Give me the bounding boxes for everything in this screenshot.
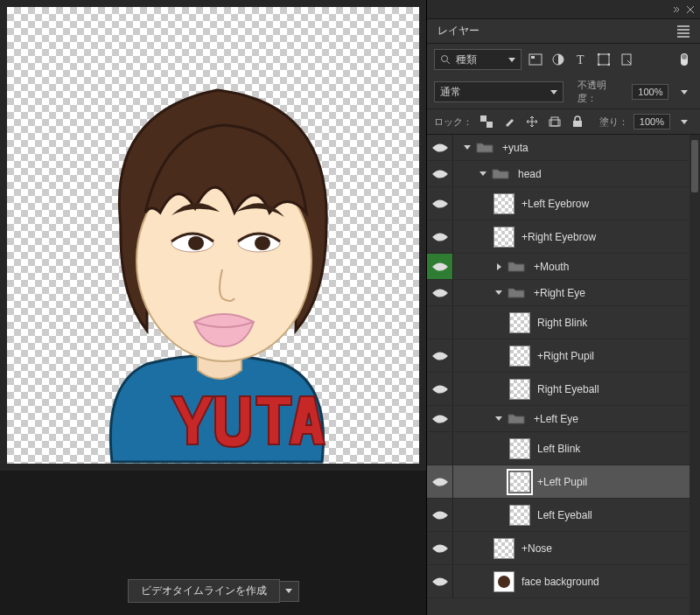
layer-name[interactable]: +Right Pupil bbox=[537, 350, 594, 362]
layer-body[interactable]: +Nose bbox=[453, 532, 700, 564]
visibility-toggle[interactable] bbox=[427, 280, 453, 305]
panel-title[interactable]: レイヤー bbox=[438, 24, 480, 38]
collapse-icon[interactable] bbox=[672, 5, 681, 14]
visibility-toggle[interactable] bbox=[427, 406, 453, 431]
layer-thumbnail[interactable] bbox=[494, 227, 514, 248]
layer-name[interactable]: +Left Eye bbox=[534, 413, 578, 425]
filter-type-icon[interactable]: T bbox=[572, 51, 590, 68]
blend-mode-select[interactable]: 通常 bbox=[434, 81, 564, 102]
scrollbar-thumb[interactable] bbox=[691, 140, 698, 192]
layer-thumbnail[interactable] bbox=[509, 472, 530, 493]
layer-name[interactable]: face background bbox=[522, 576, 599, 588]
layer-row-reb[interactable]: +Right Eyebrow bbox=[427, 220, 700, 254]
layer-row-mouth[interactable]: +Mouth bbox=[427, 254, 700, 280]
layer-row-rblink[interactable]: Right Blink bbox=[427, 306, 700, 339]
filter-adjust-icon[interactable] bbox=[550, 51, 567, 68]
layer-row-lpupil[interactable]: +Left Pupil bbox=[427, 465, 700, 499]
lock-move-icon[interactable] bbox=[523, 113, 541, 130]
layer-body[interactable]: Left Eyeball bbox=[453, 499, 700, 531]
layer-body[interactable]: +Right Eye bbox=[453, 280, 700, 305]
layer-body[interactable]: Left Blink bbox=[453, 432, 700, 465]
canvas[interactable] bbox=[7, 7, 419, 464]
layer-body[interactable]: Right Blink bbox=[453, 306, 700, 339]
layer-body[interactable]: head bbox=[453, 161, 700, 186]
visibility-toggle[interactable] bbox=[427, 339, 453, 372]
opacity-value[interactable]: 100% bbox=[632, 84, 668, 100]
layer-thumbnail[interactable] bbox=[509, 346, 530, 367]
visibility-toggle[interactable] bbox=[427, 220, 453, 253]
layer-name[interactable]: +Mouth bbox=[534, 261, 569, 273]
disclosure-triangle[interactable] bbox=[494, 288, 504, 298]
visibility-toggle[interactable] bbox=[427, 187, 453, 220]
layer-name[interactable]: +Right Eye bbox=[534, 287, 585, 299]
layer-name[interactable]: Left Eyeball bbox=[537, 509, 592, 521]
filter-kind-select[interactable]: 種類 bbox=[434, 49, 522, 70]
layer-name[interactable]: +Nose bbox=[522, 542, 552, 555]
opacity-dropdown[interactable] bbox=[676, 83, 693, 101]
disclosure-triangle[interactable] bbox=[462, 143, 472, 153]
visibility-toggle[interactable] bbox=[427, 161, 453, 186]
layer-name[interactable]: Left Blink bbox=[537, 443, 580, 455]
visibility-toggle[interactable] bbox=[427, 135, 453, 160]
layer-thumbnail[interactable] bbox=[509, 312, 530, 333]
create-video-timeline-button[interactable]: ビデオタイムラインを作成 bbox=[128, 579, 299, 603]
disclosure-triangle[interactable] bbox=[478, 169, 488, 179]
timeline-button-dropdown[interactable] bbox=[280, 581, 299, 602]
layer-row-rpupil[interactable]: +Right Pupil bbox=[427, 339, 700, 373]
layer-body[interactable]: +Mouth bbox=[453, 254, 700, 279]
layer-row-facebg[interactable]: face background bbox=[427, 565, 700, 598]
canvas-viewport[interactable] bbox=[0, 0, 426, 471]
lock-all-icon[interactable] bbox=[569, 113, 586, 130]
layers-list[interactable]: +yutahead+Left Eyebrow+Right Eyebrow+Mou… bbox=[427, 135, 700, 615]
layer-body[interactable]: +Left Pupil bbox=[453, 465, 700, 498]
layer-body[interactable]: +Right Eyebrow bbox=[453, 220, 700, 253]
lock-artboard-icon[interactable] bbox=[546, 113, 564, 130]
layer-row-rball[interactable]: Right Eyeball bbox=[427, 373, 700, 406]
disclosure-triangle[interactable] bbox=[494, 414, 504, 424]
disclosure-triangle[interactable] bbox=[494, 262, 504, 272]
layer-name[interactable]: head bbox=[518, 168, 542, 180]
visibility-toggle[interactable] bbox=[427, 432, 453, 465]
layer-name[interactable]: Right Eyeball bbox=[537, 383, 599, 395]
layer-thumbnail[interactable] bbox=[494, 571, 514, 592]
visibility-toggle[interactable] bbox=[427, 254, 453, 279]
visibility-toggle[interactable] bbox=[427, 373, 453, 405]
lock-paint-icon[interactable] bbox=[500, 113, 518, 130]
layer-body[interactable]: +Left Eyebrow bbox=[453, 187, 700, 220]
filter-shape-icon[interactable] bbox=[595, 51, 612, 68]
layer-body[interactable]: Right Eyeball bbox=[453, 373, 700, 405]
visibility-toggle[interactable] bbox=[427, 306, 453, 339]
visibility-toggle[interactable] bbox=[427, 565, 453, 598]
visibility-toggle[interactable] bbox=[427, 532, 453, 564]
layer-row-reye[interactable]: +Right Eye bbox=[427, 280, 700, 306]
layer-row-lblink[interactable]: Left Blink bbox=[427, 432, 700, 465]
layer-name[interactable]: +yuta bbox=[502, 142, 528, 154]
layer-row-leb[interactable]: +Left Eyebrow bbox=[427, 187, 700, 220]
layer-thumbnail[interactable] bbox=[509, 505, 530, 526]
visibility-toggle[interactable] bbox=[427, 499, 453, 531]
layer-row-nose[interactable]: +Nose bbox=[427, 532, 700, 565]
filter-pixel-icon[interactable] bbox=[527, 51, 544, 68]
layer-thumbnail[interactable] bbox=[494, 193, 514, 214]
layer-thumbnail[interactable] bbox=[494, 538, 514, 559]
layer-row-leye[interactable]: +Left Eye bbox=[427, 406, 700, 432]
visibility-toggle[interactable] bbox=[427, 465, 453, 498]
fill-dropdown[interactable] bbox=[676, 113, 693, 130]
filter-smart-icon[interactable] bbox=[618, 51, 635, 68]
layer-name[interactable]: +Right Eyebrow bbox=[522, 231, 596, 243]
panel-menu-icon[interactable] bbox=[677, 25, 690, 38]
close-icon[interactable] bbox=[686, 5, 695, 14]
fill-value[interactable]: 100% bbox=[634, 114, 670, 129]
layer-row-head[interactable]: head bbox=[427, 161, 700, 187]
layer-thumbnail[interactable] bbox=[509, 438, 530, 459]
layer-body[interactable]: +yuta bbox=[453, 135, 700, 160]
layer-name[interactable]: +Left Eyebrow bbox=[522, 198, 589, 210]
layer-thumbnail[interactable] bbox=[509, 379, 530, 400]
layer-row-yuta[interactable]: +yuta bbox=[427, 135, 700, 161]
layer-name[interactable]: Right Blink bbox=[537, 317, 587, 329]
layer-body[interactable]: +Left Eye bbox=[453, 406, 700, 431]
layer-name[interactable]: +Left Pupil bbox=[537, 476, 587, 488]
layer-body[interactable]: face background bbox=[453, 565, 700, 598]
layer-row-lball[interactable]: Left Eyeball bbox=[427, 499, 700, 532]
layer-body[interactable]: +Right Pupil bbox=[453, 339, 700, 372]
